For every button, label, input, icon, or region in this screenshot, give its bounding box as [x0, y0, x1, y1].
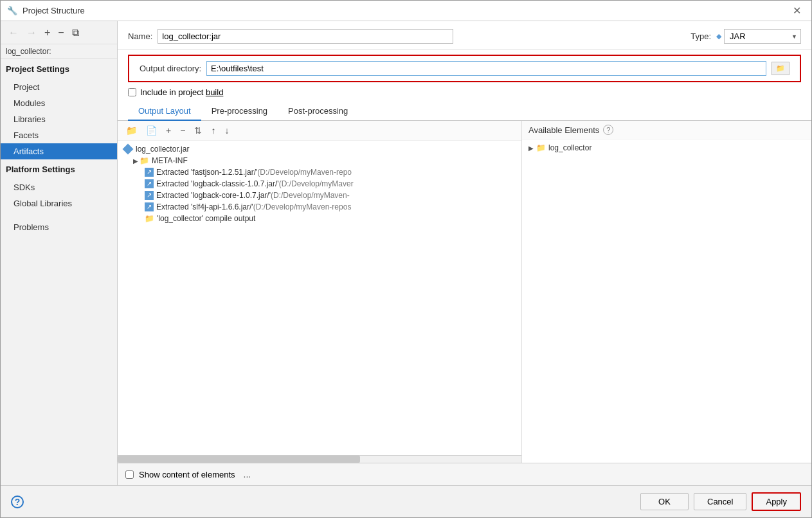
sidebar-item-sdks[interactable]: SDKs — [1, 179, 117, 195]
include-build-row: Include in project build — [118, 87, 811, 102]
available-elements-header: Available Elements ? — [522, 121, 811, 139]
active-artifact-item[interactable]: log_collector: — [1, 44, 117, 59]
extract-icon: ↗ — [145, 191, 154, 200]
tree-item-label: log_collector.jar — [136, 145, 189, 154]
tree-toolbar: 📁 📄 + − ⇅ ↑ ↓ — [118, 121, 521, 141]
cancel-button[interactable]: Cancel — [694, 493, 746, 510]
dialog-footer: ? OK Cancel Apply — [1, 485, 811, 517]
sidebar-item-problems[interactable]: Problems — [1, 219, 117, 235]
tree-btn-remove[interactable]: − — [177, 123, 188, 138]
tree-item-meta-inf[interactable]: ▶ 📁 META-INF — [118, 155, 521, 166]
type-select[interactable]: JAR WAR EAR Other — [724, 29, 801, 44]
sidebar: ← → + − ⧉ log_collector: Project Setting… — [1, 21, 118, 485]
sidebar-item-modules[interactable]: Modules — [1, 95, 117, 111]
folder-icon: 📁 — [145, 214, 154, 223]
tree-item-logback-classic[interactable]: ↗ Extracted 'logback-classic-1.0.7.jar/'… — [118, 178, 521, 190]
type-label: Type: — [690, 31, 711, 41]
sidebar-toolbar: ← → + − ⧉ — [1, 21, 117, 44]
add-button[interactable]: + — [42, 26, 53, 40]
output-dir-input[interactable] — [206, 61, 766, 76]
tree-item-jar[interactable]: log_collector.jar — [118, 143, 521, 155]
tree-item-label: Extracted 'slf4j-api-1.6.6.jar/' — [156, 202, 253, 211]
tree-btn-folder[interactable]: 📁 — [123, 123, 140, 138]
main-body: ← → + − ⧉ log_collector: Project Setting… — [1, 21, 811, 485]
output-dir-label: Output directory: — [140, 64, 201, 73]
name-row: Name: — [128, 29, 683, 44]
close-button[interactable]: ✕ — [789, 3, 805, 18]
nav-back-button[interactable]: ← — [6, 26, 21, 40]
apply-button[interactable]: Apply — [752, 492, 801, 511]
tree-item-compile-output[interactable]: 📁 'log_collector' compile output — [118, 213, 521, 224]
project-settings-header: Project Settings — [1, 59, 117, 76]
nav-forward-button[interactable]: → — [24, 26, 39, 40]
expand-icon: ▶ — [528, 145, 534, 152]
tree-item-logback-core[interactable]: ↗ Extracted 'logback-core-1.0.7.jar/' (D… — [118, 190, 521, 201]
tree-item-label: 'log_collector' compile output — [157, 214, 255, 223]
tree-item-label: Extracted 'logback-core-1.0.7.jar/' — [156, 191, 271, 200]
help-button[interactable]: ? — [11, 496, 24, 508]
ok-button[interactable]: OK — [640, 493, 689, 510]
tree-item-path: (D:/Develop/myMaven-repo — [257, 168, 352, 177]
name-label: Name: — [128, 31, 152, 41]
avail-item-log-collector[interactable]: ▶ 📁 log_collector — [522, 142, 811, 154]
tab-pre-processing[interactable]: Pre-processing — [201, 102, 278, 121]
include-build-checkbox[interactable] — [128, 88, 136, 96]
bottom-toolbar: Show content of elements ... — [118, 463, 811, 485]
tree-content: log_collector.jar ▶ 📁 META-INF — [118, 141, 521, 455]
tree-btn-down[interactable]: ↓ — [221, 123, 232, 138]
tree-item-slf4j[interactable]: ↗ Extracted 'slf4j-api-1.6.6.jar/' (D:/D… — [118, 201, 521, 213]
platform-settings-header: Platform Settings — [1, 159, 117, 177]
folder-icon: 📁 — [140, 156, 149, 165]
tree-item-path: (D:/Develop/myMaver — [279, 179, 354, 188]
sidebar-item-global-libraries[interactable]: Global Libraries — [1, 195, 117, 211]
extract-icon: ↗ — [145, 179, 154, 188]
h-scrollbar[interactable] — [118, 455, 521, 463]
sidebar-item-project[interactable]: Project — [1, 79, 117, 95]
help-icon[interactable]: ? — [603, 125, 613, 135]
more-options-button[interactable]: ... — [240, 467, 255, 481]
extract-icon: ↗ — [145, 202, 154, 211]
tree-item-fastjson[interactable]: ↗ Extracted 'fastjson-1.2.51.jar/' (D:/D… — [118, 166, 521, 178]
tree-item-label: META-INF — [152, 156, 188, 165]
tree-btn-add[interactable]: + — [163, 123, 174, 138]
tabs-row: Output Layout Pre-processing Post-proces… — [118, 102, 811, 121]
content-area: Name: Type: ◆ JAR WAR EAR Other — [118, 21, 811, 485]
sidebar-item-facets[interactable]: Facets — [1, 127, 117, 143]
tree-btn-file[interactable]: 📄 — [143, 123, 160, 138]
copy-button[interactable]: ⧉ — [69, 26, 82, 40]
tree-panel: 📁 📄 + − ⇅ ↑ ↓ — [118, 121, 522, 463]
project-settings-section: Project Modules Libraries Facets Artifac… — [1, 76, 117, 159]
tree-btn-up[interactable]: ↑ — [208, 123, 219, 138]
tree-item-label: Extracted 'fastjson-1.2.51.jar/' — [156, 168, 257, 177]
browse-button[interactable]: 📁 — [771, 62, 789, 75]
tree-area: 📁 📄 + − ⇅ ↑ ↓ — [118, 121, 811, 463]
type-select-wrapper: ◆ JAR WAR EAR Other — [716, 29, 801, 44]
remove-button[interactable]: − — [55, 26, 66, 40]
jar-icon — [123, 144, 134, 155]
avail-item-label: log_collector — [548, 143, 591, 152]
type-row: Type: ◆ JAR WAR EAR Other — [690, 29, 801, 44]
show-content-checkbox[interactable] — [125, 470, 134, 479]
jar-icon: ◆ — [716, 32, 721, 40]
name-input[interactable] — [158, 29, 453, 44]
show-content-label: Show content of elements — [139, 470, 235, 479]
project-structure-dialog: 🔧 Project Structure ✕ ← → + − ⧉ log_coll… — [0, 0, 812, 518]
app-icon: 🔧 — [7, 6, 17, 16]
folder-icon: 📁 — [536, 143, 546, 152]
tab-post-processing[interactable]: Post-processing — [278, 102, 358, 121]
extract-icon: ↗ — [145, 168, 154, 177]
tree-btn-sort[interactable]: ⇅ — [191, 123, 205, 138]
output-dir-row: Output directory: 📁 — [128, 55, 801, 82]
dialog-title: Project Structure — [23, 6, 789, 15]
tab-output-layout[interactable]: Output Layout — [128, 102, 201, 121]
platform-settings-section: SDKs Global Libraries — [1, 177, 117, 211]
include-build-label: Include in project build — [140, 87, 223, 97]
tree-item-path: (D:/Develop/myMaven-repos — [253, 202, 352, 211]
available-elements-panel: Available Elements ? ▶ 📁 log_collector — [522, 121, 811, 463]
sidebar-item-artifacts[interactable]: Artifacts — [1, 143, 117, 159]
sidebar-item-libraries[interactable]: Libraries — [1, 111, 117, 127]
expand-icon: ▶ — [133, 157, 138, 165]
available-content: ▶ 📁 log_collector — [522, 139, 811, 463]
title-bar: 🔧 Project Structure ✕ — [1, 1, 811, 21]
tree-item-path: (D:/Develop/myMaven- — [271, 191, 350, 200]
